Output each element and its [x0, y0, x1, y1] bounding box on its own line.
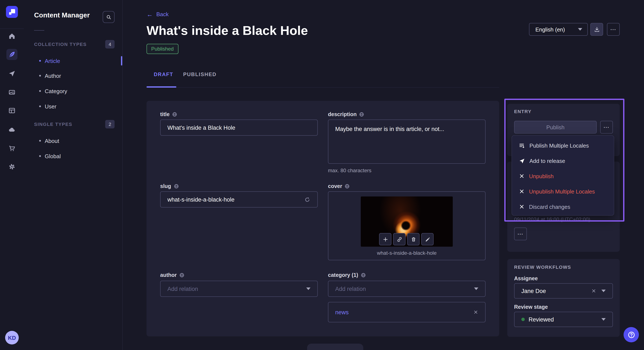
deploy-cloud-icon[interactable]: [6, 124, 18, 135]
edit-media-button[interactable]: [421, 233, 434, 245]
sidebar-item-author[interactable]: Author: [39, 71, 116, 81]
list-plus-icon: [519, 142, 525, 149]
link-icon: [396, 236, 402, 242]
sidebar-title: Content Manager: [34, 11, 90, 19]
globe-icon: [174, 184, 179, 189]
menu-item-unpublish[interactable]: Unpublish: [512, 169, 614, 184]
chevron-down-icon: [578, 28, 582, 31]
title-field-label: title: [160, 111, 177, 117]
entry-heading: ENTRY: [514, 109, 532, 114]
release-more-button[interactable]: ⋯: [514, 227, 527, 240]
category-relation-item: news: [328, 302, 486, 322]
relation-link[interactable]: news: [335, 309, 348, 315]
back-arrow-icon: ←: [146, 11, 153, 17]
search-button[interactable]: [103, 11, 114, 23]
chevron-down-icon: [602, 290, 606, 292]
single-types-count-badge: 2: [105, 120, 114, 128]
stage-status-dot: [521, 318, 525, 321]
page-title: What's inside a Black Hole: [146, 23, 308, 38]
entry-more-button[interactable]: ⋯: [600, 121, 613, 134]
user-avatar[interactable]: KD: [5, 331, 19, 345]
content-type-builder-icon[interactable]: [6, 105, 18, 116]
bullet-icon: [39, 75, 41, 77]
settings-gear-icon[interactable]: [6, 161, 18, 172]
menu-item-add-to-release[interactable]: Add to release: [512, 153, 614, 169]
review-stage-label: Review stage: [514, 304, 548, 310]
x-icon: [519, 188, 525, 194]
draft-published-tabs: DRAFT PUBLISHED: [146, 68, 499, 88]
back-link[interactable]: ← Back: [146, 11, 169, 17]
header-more-button[interactable]: ⋯: [607, 23, 620, 36]
add-component-button-partial[interactable]: [307, 344, 363, 350]
assignee-label: Assignee: [514, 276, 538, 282]
chevron-down-icon: [602, 318, 606, 321]
category-field-label: category (1): [328, 272, 366, 278]
sidebar-item-about[interactable]: About: [39, 136, 116, 146]
globe-icon: [345, 184, 350, 189]
bullet-icon: [39, 155, 41, 157]
cover-field-label: cover: [328, 183, 350, 189]
ellipsis-icon: ⋯: [610, 26, 616, 32]
author-field-label: author: [160, 272, 184, 278]
description-textarea[interactable]: Maybe the answer is in this article, or …: [328, 120, 486, 164]
globe-icon: [179, 273, 184, 278]
status-badge: Published: [146, 44, 178, 54]
add-media-button[interactable]: [379, 233, 392, 245]
slug-input[interactable]: what-s-inside-a-black-hole: [160, 191, 318, 207]
section-single-types: SINGLE TYPES: [34, 122, 72, 127]
marketplace-icon[interactable]: [6, 143, 18, 154]
category-relation-select[interactable]: Add relation: [328, 281, 486, 297]
sidebar-divider: [34, 30, 44, 31]
home-icon[interactable]: [6, 31, 18, 42]
remove-relation-icon[interactable]: [473, 310, 478, 315]
question-mark-icon: [627, 331, 635, 339]
media-library-icon[interactable]: [6, 87, 18, 98]
active-tab-underline: [146, 86, 176, 88]
publish-button[interactable]: Publish: [514, 121, 597, 134]
help-button[interactable]: [624, 327, 639, 342]
bullet-icon: [39, 140, 41, 142]
rail-divider: [0, 28, 24, 29]
assignee-select[interactable]: Jane Doe: [514, 283, 613, 299]
title-input[interactable]: What's inside a Black Hole: [160, 120, 318, 136]
description-field-label: description: [328, 111, 364, 117]
ellipsis-icon: ⋯: [603, 124, 610, 130]
publish-options-menu: Publish Multiple Locales Add to release …: [512, 135, 614, 216]
cover-actions: [379, 233, 434, 245]
releases-icon[interactable]: [6, 68, 18, 79]
sidebar-item-global[interactable]: Global: [39, 151, 116, 161]
description-helper-text: max. 80 characters: [328, 168, 372, 174]
author-relation-select[interactable]: Add relation: [160, 281, 318, 297]
sidebar-item-user[interactable]: User: [39, 101, 116, 111]
export-button[interactable]: [590, 23, 603, 36]
x-icon: [519, 173, 525, 179]
x-icon: [519, 204, 525, 210]
locale-select[interactable]: English (en): [529, 23, 588, 36]
paper-plane-icon: [519, 158, 525, 164]
clear-assignee-icon[interactable]: [591, 288, 596, 293]
plus-icon: [382, 236, 388, 242]
delete-media-button[interactable]: [407, 233, 420, 245]
sidebar-item-category[interactable]: Category: [39, 86, 116, 96]
trash-icon: [410, 236, 416, 242]
globe-icon: [361, 273, 366, 278]
menu-item-discard-changes[interactable]: Discard changes: [512, 199, 614, 214]
bullet-icon: [39, 60, 41, 62]
slug-field-label: slug: [160, 183, 179, 189]
menu-item-publish-multiple-locales[interactable]: Publish Multiple Locales: [512, 138, 614, 153]
strapi-logo[interactable]: [6, 6, 18, 18]
scheduled-date-text: 09/11/2024 at 16:00 (UTC+02:00): [514, 216, 590, 222]
ellipsis-icon: ⋯: [517, 231, 524, 237]
tab-draft[interactable]: DRAFT: [154, 71, 173, 77]
copy-link-button[interactable]: [393, 233, 406, 245]
content-manager-icon[interactable]: [6, 49, 18, 60]
content-manager-sidebar: [24, 0, 123, 350]
app-root: KD Content Manager COLLECTION TYPES 4 Ar…: [0, 0, 644, 350]
menu-item-unpublish-multiple-locales[interactable]: Unpublish Multiple Locales: [512, 184, 614, 199]
sidebar-item-article[interactable]: Article: [39, 56, 116, 66]
review-stage-select[interactable]: Reviewed: [514, 312, 613, 327]
tab-published[interactable]: PUBLISHED: [183, 71, 216, 77]
regenerate-slug-icon[interactable]: [304, 196, 310, 203]
bullet-icon: [39, 90, 41, 92]
section-collection-types: COLLECTION TYPES: [34, 42, 87, 47]
